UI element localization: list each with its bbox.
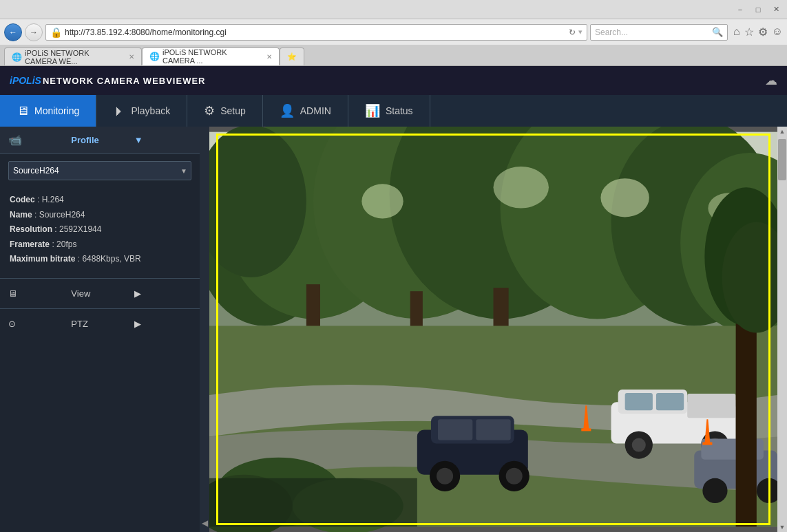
ptz-arrow-icon: ▶ — [134, 319, 191, 329]
new-tab-icon: ⭐ — [287, 52, 297, 61]
sidebar: 📹 Profile ▼ SourceH264 ▼ Codec : H.264 N… — [0, 127, 200, 532]
view-section[interactable]: 🖥 View ▶ — [0, 278, 200, 308]
star-icon[interactable]: ☆ — [744, 25, 754, 39]
titlebar-buttons: − □ ✕ — [735, 4, 781, 15]
resolution-colon: : — [54, 224, 59, 234]
status-icon: 📊 — [365, 103, 380, 118]
profile-camera-icon: 📹 — [8, 134, 65, 147]
codec-value: H.264 — [42, 195, 64, 204]
tab-label-2: iPOLiS NETWORK CAMERA ... — [162, 48, 261, 65]
close-button[interactable]: ✕ — [770, 4, 781, 15]
right-scrollbar[interactable]: ▲ ▼ — [777, 127, 787, 532]
app-logo: iPOLiS NETWORK CAMERA WEBVIEWER — [10, 75, 205, 86]
logo-rest: NETWORK CAMERA WEBVIEWER — [43, 76, 206, 86]
tab-favicon-1: 🌐 — [12, 52, 22, 62]
codec-colon: : — [37, 195, 42, 204]
view-arrow-icon: ▶ — [134, 288, 191, 299]
profile-arrow-icon: ▼ — [134, 135, 191, 145]
name-value: SourceH264 — [39, 210, 85, 220]
ptz-section[interactable]: ⊙ PTZ ▶ — [0, 308, 200, 339]
scroll-up-button[interactable]: ▲ — [778, 127, 786, 136]
profile-select[interactable]: SourceH264 — [8, 161, 191, 180]
scrollbar-thumb[interactable] — [778, 139, 786, 180]
framerate-value: 20fps — [56, 240, 76, 249]
select-wrapper: SourceH264 ▼ — [8, 161, 191, 180]
bitrate-label: Maximum bitrate — [10, 254, 75, 264]
scroll-down-button[interactable]: ▼ — [778, 522, 786, 532]
tab-setup-label: Setup — [220, 105, 246, 116]
camera-area — [209, 127, 777, 532]
resolution-value: 2592X1944 — [59, 224, 101, 234]
browser-tab-1[interactable]: 🌐 iPOLiS NETWORK CAMERA WE... ✕ — [4, 47, 142, 65]
toolbar-icons: ⌂ ☆ ⚙ ☺ — [733, 25, 783, 39]
forward-button[interactable]: → — [25, 23, 43, 41]
tab-label-1: iPOLiS NETWORK CAMERA WE... — [25, 49, 123, 65]
search-placeholder: Search... — [595, 28, 712, 37]
profile-info: Codec : H.264 Name : SourceH264 Resoluti… — [0, 187, 200, 278]
main-content: 📹 Profile ▼ SourceH264 ▼ Codec : H.264 N… — [0, 127, 787, 532]
tab-favicon-2: 🌐 — [149, 52, 160, 61]
browser-tab-new[interactable]: ⭐ — [280, 47, 304, 65]
profile-dropdown[interactable]: SourceH264 ▼ — [8, 161, 191, 180]
secure-icon: 🔒 — [50, 27, 62, 38]
ptz-label: PTZ — [71, 319, 128, 329]
view-monitor-icon: 🖥 — [8, 288, 65, 299]
tab-status-label: Status — [386, 105, 413, 116]
search-icon[interactable]: 🔍 — [712, 27, 723, 37]
app-header: iPOLiS NETWORK CAMERA WEBVIEWER ☁ — [0, 66, 787, 95]
address-bar[interactable]: 🔒 http://73.85.192.4:8080/home/monitorin… — [45, 24, 587, 41]
browser-titlebar: − □ ✕ — [0, 0, 787, 19]
tab-playback-label: Playback — [131, 105, 170, 116]
minimize-button[interactable]: − — [735, 4, 746, 15]
smiley-icon[interactable]: ☺ — [772, 25, 783, 39]
framerate-row: Framerate : 20fps — [10, 237, 190, 253]
tab-monitoring-label: Monitoring — [34, 105, 79, 116]
home-icon[interactable]: ⌂ — [733, 25, 740, 39]
tab-status[interactable]: 📊 Status — [348, 95, 430, 127]
sidebar-scroll[interactable]: ◀ — [200, 127, 209, 532]
browser-tabs: 🌐 iPOLiS NETWORK CAMERA WE... ✕ 🌐 iPOLiS… — [0, 45, 787, 66]
refresh-button[interactable]: ↻ — [569, 28, 576, 37]
name-row: Name : SourceH264 — [10, 208, 190, 223]
camera-frame — [216, 134, 770, 525]
profile-label: Profile — [71, 135, 128, 145]
scroll-left-icon: ◀ — [202, 518, 208, 528]
tab-monitoring[interactable]: 🖥 Monitoring — [0, 95, 96, 127]
browser-toolbar: ← → 🔒 http://73.85.192.4:8080/home/monit… — [0, 19, 787, 45]
dropdown-arrow[interactable]: ▾ — [578, 28, 583, 36]
bitrate-value: 6488Kbps, VBR — [82, 254, 140, 264]
tab-admin-label: ADMIN — [300, 105, 331, 116]
bitrate-row: Maximum bitrate : 6488Kbps, VBR — [10, 252, 190, 267]
resolution-row: Resolution : 2592X1944 — [10, 222, 190, 237]
view-label: View — [71, 288, 128, 299]
search-bar[interactable]: Search... 🔍 — [590, 24, 728, 41]
tab-playback[interactable]: ⏵ Playback — [96, 95, 187, 127]
tab-setup[interactable]: ⚙ Setup — [187, 95, 263, 127]
cloud-icon: ☁ — [765, 73, 777, 88]
profile-section-header[interactable]: 📹 Profile ▼ — [0, 127, 200, 154]
setup-icon: ⚙ — [204, 103, 215, 118]
maximize-button[interactable]: □ — [753, 4, 764, 15]
nav-tabs: 🖥 Monitoring ⏵ Playback ⚙ Setup 👤 ADMIN … — [0, 95, 787, 127]
monitoring-icon: 🖥 — [17, 104, 29, 118]
tab-close-1[interactable]: ✕ — [129, 53, 134, 61]
ptz-icon: ⊙ — [8, 319, 65, 329]
playback-icon: ⏵ — [113, 104, 125, 118]
logo-brand: iPOLiS — [10, 75, 41, 86]
codec-row: Codec : H.264 — [10, 193, 190, 208]
browser-tab-2[interactable]: 🌐 iPOLiS NETWORK CAMERA ... ✕ — [142, 47, 280, 65]
resolution-label: Resolution — [10, 224, 52, 234]
settings-icon[interactable]: ⚙ — [758, 25, 768, 39]
tab-close-2[interactable]: ✕ — [266, 53, 272, 61]
admin-icon: 👤 — [280, 103, 295, 118]
address-text: http://73.85.192.4:8080/home/monitoring.… — [65, 28, 566, 37]
framerate-label: Framerate — [10, 240, 50, 249]
tab-admin[interactable]: 👤 ADMIN — [263, 95, 348, 127]
back-button[interactable]: ← — [4, 23, 22, 41]
codec-label: Codec — [10, 195, 35, 204]
name-label: Name — [10, 210, 32, 220]
name-colon: : — [34, 210, 39, 220]
